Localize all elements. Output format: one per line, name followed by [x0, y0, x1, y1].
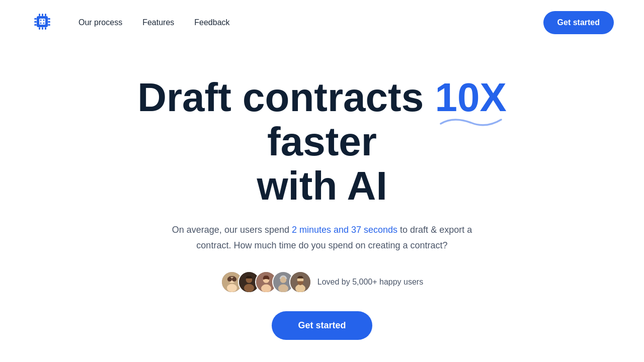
headline-line2: with AI	[257, 163, 387, 208]
social-proof-text: Loved by 5,000+ happy users	[317, 278, 423, 287]
svg-rect-2	[39, 14, 40, 16]
svg-point-25	[244, 284, 254, 292]
svg-rect-8	[34, 18, 37, 20]
svg-rect-4	[45, 14, 46, 16]
headline-part1: Draft contracts	[137, 75, 435, 120]
svg-rect-6	[42, 27, 43, 30]
svg-point-20	[227, 284, 237, 292]
svg-point-17	[43, 23, 45, 24]
svg-rect-3	[42, 14, 43, 16]
nav-get-started-button[interactable]: Get started	[543, 11, 614, 34]
hero-get-started-button[interactable]: Get started	[272, 311, 372, 340]
nav-links: Our process Features Feedback	[78, 18, 230, 27]
headline-part2: faster	[267, 119, 377, 164]
nav-link-feedback[interactable]: Feedback	[194, 18, 229, 27]
hero-subtext: On average, our users spend 2 minutes an…	[161, 222, 483, 253]
svg-point-15	[43, 20, 45, 21]
svg-point-34	[295, 285, 305, 293]
headline-highlight: 10X	[435, 75, 506, 120]
hero-headline: Draft contracts 10X faster with AI	[96, 75, 548, 208]
svg-point-16	[40, 23, 42, 24]
svg-rect-9	[34, 21, 37, 23]
svg-rect-13	[48, 24, 50, 26]
nav-link-features[interactable]: Features	[142, 18, 174, 27]
svg-rect-7	[45, 27, 46, 30]
svg-rect-5	[39, 27, 40, 30]
svg-rect-1	[39, 19, 45, 25]
social-proof: Loved by 5,000+ happy users	[221, 271, 423, 293]
nav-link-our-process[interactable]: Our process	[78, 18, 122, 27]
nav-left: Our process Features Feedback	[30, 10, 230, 36]
navbar: Our process Features Feedback Get starte…	[0, 0, 644, 45]
subtext-part1: On average, our users spend	[172, 225, 292, 235]
avatar-stack	[221, 271, 311, 293]
svg-rect-12	[48, 21, 50, 23]
hero-section: Draft contracts 10X faster with AI On av…	[0, 45, 644, 340]
svg-rect-10	[34, 24, 37, 26]
svg-point-14	[40, 20, 42, 21]
svg-point-21	[227, 277, 232, 282]
avatar-5	[289, 271, 311, 293]
subtext-highlight: 2 minutes and 37 seconds	[292, 225, 397, 235]
svg-point-28	[261, 285, 271, 293]
svg-rect-11	[48, 18, 50, 20]
svg-point-22	[232, 277, 236, 282]
logo[interactable]	[30, 10, 54, 36]
svg-point-31	[278, 285, 288, 293]
